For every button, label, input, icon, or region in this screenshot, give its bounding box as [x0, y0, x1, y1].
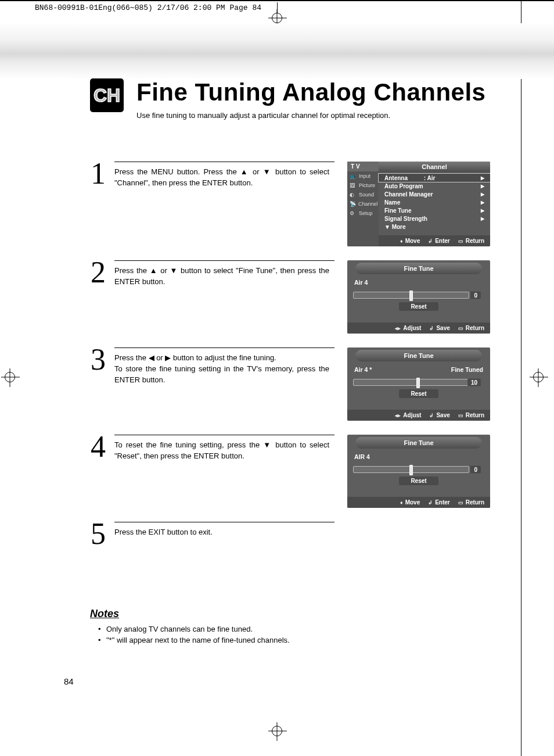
notes-heading: Notes — [90, 608, 490, 620]
osd1-row-signal: Signal Strength▶ — [379, 214, 490, 223]
crop-reg-left — [5, 372, 15, 382]
ft4-val: 0 — [470, 466, 481, 474]
osd-finetune-2: Fine Tune Air 4 0 Reset ◂▸Adjust ↲Save ▭… — [347, 260, 490, 334]
osd-channel-menu: T V 📺Input 🖼Picture ◐Sound 📡Channel ⚙Set… — [347, 162, 490, 246]
notes-section: Notes Only analog TV channels can be fin… — [90, 608, 490, 646]
osd1-side-channel: 📡Channel — [347, 199, 379, 209]
notes-item-2: "*" will appear next to the name of fine… — [98, 635, 490, 646]
ft4-thumb — [409, 465, 413, 475]
step-1-num: 1 — [90, 162, 106, 186]
osd-finetune-3: Fine Tune Air 4 *Fine Tuned 10 Reset ◂▸A… — [347, 347, 490, 421]
metallic-banner — [0, 23, 554, 79]
ft4-slider — [353, 466, 469, 473]
osd1-side-sound: ◐Sound — [347, 190, 379, 199]
notes-item-1: Only analog TV channels can be fine tune… — [98, 624, 490, 635]
step-2-row: 2 Press the ▲ or ▼ button to select "Fin… — [90, 260, 490, 334]
osd1-row-name: Name▶ — [379, 198, 490, 206]
ft3-reset: Reset — [399, 389, 438, 398]
page-number: 84 — [64, 676, 74, 686]
osd1-row-chmanager: Channel Manager▶ — [379, 190, 490, 198]
step-1-text: Press the MENU button. Press the ▲ or ▼ … — [114, 167, 329, 189]
osd1-row-more: ▼ More — [379, 223, 490, 231]
step-3-num: 3 — [90, 347, 106, 372]
crop-reg-top — [272, 13, 282, 23]
ft4-bottombar: ♦Move ↲Enter ▭Return — [347, 497, 490, 508]
osd1-bottombar: ♦Move ↲Enter ▭Return — [379, 235, 490, 246]
osd1-side-input: 📺Input — [347, 171, 379, 181]
step-5-num: 5 — [90, 522, 106, 546]
page-title: Fine Tuning Analog Channels — [136, 78, 485, 106]
osd1-row-antenna: Antenna : Air▶ — [379, 174, 490, 182]
ft3-val: 10 — [467, 379, 481, 386]
crop-reg-bottom — [272, 726, 282, 736]
osd1-row-autoprogram: Auto Program▶ — [379, 182, 490, 190]
ft3-slider — [353, 379, 469, 386]
osd-finetune-4: Fine Tune AIR 4 0 Reset ♦Move ↲Enter ▭Re… — [347, 435, 490, 508]
step-3-row: 3 Press the ◀ or ▶ button to adjust the … — [90, 347, 490, 421]
crop-reg-right — [533, 372, 544, 382]
title-row: CH Fine Tuning Analog Channels Use fine … — [90, 78, 490, 120]
osd1-row-finetune: Fine Tune▶ — [379, 206, 490, 214]
title-col: Fine Tuning Analog Channels Use fine tun… — [136, 78, 485, 120]
ft2-slider — [353, 292, 469, 299]
page-content: CH Fine Tuning Analog Channels Use fine … — [90, 78, 490, 646]
ft2-reset: Reset — [399, 302, 438, 311]
step-2-text: Press the ▲ or ▼ button to select "Fine … — [114, 266, 329, 288]
step-2-num: 2 — [90, 260, 106, 285]
step-5-text: Press the EXIT button to exit. — [114, 527, 329, 538]
ft2-thumb — [409, 291, 413, 301]
manual-page: BN68-00991B-01Eng(066~085) 2/17/06 2:00 … — [0, 0, 554, 756]
osd1-tv-label: T V — [347, 162, 379, 171]
ft3-bottombar: ◂▸Adjust ↲Save ▭Return — [347, 410, 490, 421]
ft2-ch: Air 4 — [354, 279, 368, 286]
step-1-row: 1 Press the MENU button. Press the ▲ or … — [90, 162, 490, 246]
ft3-thumb — [416, 378, 420, 388]
osd1-list: Antenna : Air▶ Auto Program▶ Channel Man… — [379, 172, 490, 235]
ft4-ch: AIR 4 — [354, 453, 370, 460]
osd1-side-picture: 🖼Picture — [347, 181, 379, 190]
ft3-ch: Air 4 * — [354, 366, 372, 373]
osd1-title: Channel — [379, 162, 490, 172]
step-3-text: Press the ◀ or ▶ button to adjust the fi… — [114, 353, 329, 386]
step-4-row: 4 To reset the fine tuning setting, pres… — [90, 435, 490, 508]
ft2-bottombar: ◂▸Adjust ↲Save ▭Return — [347, 323, 490, 334]
ft4-reset: Reset — [399, 476, 438, 485]
step-5-row: 5 Press the EXIT button to exit. — [90, 522, 490, 552]
ch-badge: CH — [90, 78, 124, 112]
ft3-status: Fine Tuned — [451, 366, 483, 373]
gutter-line — [521, 0, 521, 756]
osd-ft-title: Fine Tune — [355, 263, 482, 274]
page-subtitle: Use fine tuning to manually adjust a par… — [136, 111, 485, 120]
step-4-text: To reset the fine tuning setting, press … — [114, 440, 329, 462]
step-4-num: 4 — [90, 435, 106, 459]
ch-badge-text: CH — [93, 85, 120, 106]
ft2-val: 0 — [470, 292, 481, 299]
steps: 1 Press the MENU button. Press the ▲ or … — [90, 162, 490, 552]
osd1-side-setup: ⚙Setup — [347, 209, 379, 218]
